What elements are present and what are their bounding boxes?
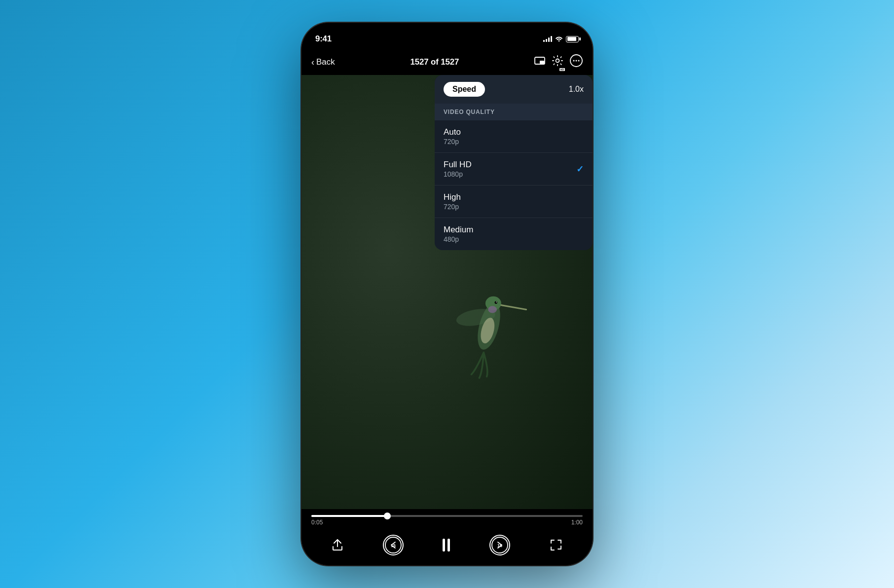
checkmark-icon: ✓	[576, 164, 584, 175]
svg-point-5	[576, 60, 577, 62]
nav-title: 1527 of 1527	[335, 57, 534, 67]
signal-bar-3	[548, 37, 550, 42]
status-icons	[543, 35, 579, 43]
svg-point-2	[556, 59, 559, 63]
progress-fill	[311, 515, 387, 517]
progress-bar-container: 0:05 1:00	[311, 509, 583, 531]
quality-res-high: 720p	[444, 203, 461, 211]
speed-row[interactable]: Speed 1.0x	[435, 75, 593, 104]
total-time: 1:00	[571, 519, 583, 526]
signal-bar-1	[543, 40, 545, 42]
phone-device: 9:41	[301, 23, 593, 565]
progress-track[interactable]	[311, 515, 583, 517]
nav-icons: HD	[534, 54, 583, 70]
quality-res-fullhd: 1080p	[444, 170, 472, 178]
quality-name-medium: Medium	[444, 225, 473, 235]
controls-area: 0:05 1:00	[301, 509, 593, 565]
back-chevron-icon: ‹	[311, 57, 314, 68]
quality-option-fullhd-text: Full HD 1080p	[444, 160, 472, 178]
settings-button[interactable]: HD	[552, 55, 563, 69]
skip-forward-button[interactable]: 15	[489, 535, 510, 555]
quality-name-auto: Auto	[444, 127, 461, 137]
current-time: 0:05	[311, 519, 323, 526]
signal-bar-4	[551, 36, 552, 42]
video-area: Speed 1.0x VIDEO QUALITY Auto 720p Full …	[301, 75, 593, 509]
svg-text:15: 15	[391, 543, 396, 548]
progress-thumb[interactable]	[384, 513, 391, 519]
svg-point-6	[578, 60, 580, 62]
fullscreen-button[interactable]	[549, 538, 563, 552]
quality-name-high: High	[444, 192, 461, 202]
hd-badge: HD	[559, 68, 565, 71]
svg-point-11	[495, 301, 497, 304]
picture-in-picture-button[interactable]	[534, 56, 545, 69]
settings-dropdown: Speed 1.0x VIDEO QUALITY Auto 720p Full …	[435, 75, 593, 250]
signal-bar-2	[546, 39, 547, 42]
signal-bars-icon	[543, 36, 552, 42]
playback-controls: 15 15	[311, 531, 583, 565]
skip-back-button[interactable]: 15	[383, 535, 404, 555]
dynamic-island	[417, 29, 477, 45]
quality-option-fullhd[interactable]: Full HD 1080p ✓	[435, 153, 593, 185]
pause-button[interactable]	[443, 539, 450, 551]
quality-res-medium: 480p	[444, 235, 473, 243]
back-label: Back	[316, 57, 335, 67]
back-button[interactable]: ‹ Back	[311, 57, 335, 68]
pause-bar-left	[443, 539, 445, 551]
quality-option-medium[interactable]: Medium 480p	[435, 218, 593, 250]
speed-value: 1.0x	[569, 85, 584, 94]
quality-option-auto-text: Auto 720p	[444, 127, 461, 146]
battery-fill	[567, 37, 577, 41]
pause-icon	[443, 539, 450, 551]
phone-screen: 9:41	[301, 23, 593, 565]
time-labels: 0:05 1:00	[311, 517, 583, 530]
svg-point-4	[573, 60, 575, 62]
hummingbird-image	[449, 256, 528, 379]
quality-option-auto[interactable]: Auto 720p	[435, 120, 593, 153]
pause-bar-right	[447, 539, 450, 551]
svg-point-12	[496, 302, 497, 303]
quality-name-fullhd: Full HD	[444, 160, 472, 170]
quality-option-high-text: High 720p	[444, 192, 461, 211]
wifi-icon	[555, 35, 563, 43]
speed-label: Speed	[444, 82, 485, 97]
video-quality-header: VIDEO QUALITY	[435, 104, 593, 120]
nav-bar: ‹ Back 1527 of 1527 HD	[301, 49, 593, 75]
svg-rect-1	[540, 61, 544, 64]
more-options-button[interactable]	[570, 54, 583, 70]
svg-text:15: 15	[497, 543, 502, 548]
share-button[interactable]	[331, 539, 344, 551]
quality-option-high[interactable]: High 720p	[435, 185, 593, 218]
battery-icon	[566, 36, 579, 42]
quality-option-medium-text: Medium 480p	[444, 225, 473, 243]
quality-res-auto: 720p	[444, 138, 461, 146]
svg-line-10	[501, 305, 526, 310]
svg-point-13	[488, 306, 497, 313]
status-time: 9:41	[315, 34, 332, 44]
